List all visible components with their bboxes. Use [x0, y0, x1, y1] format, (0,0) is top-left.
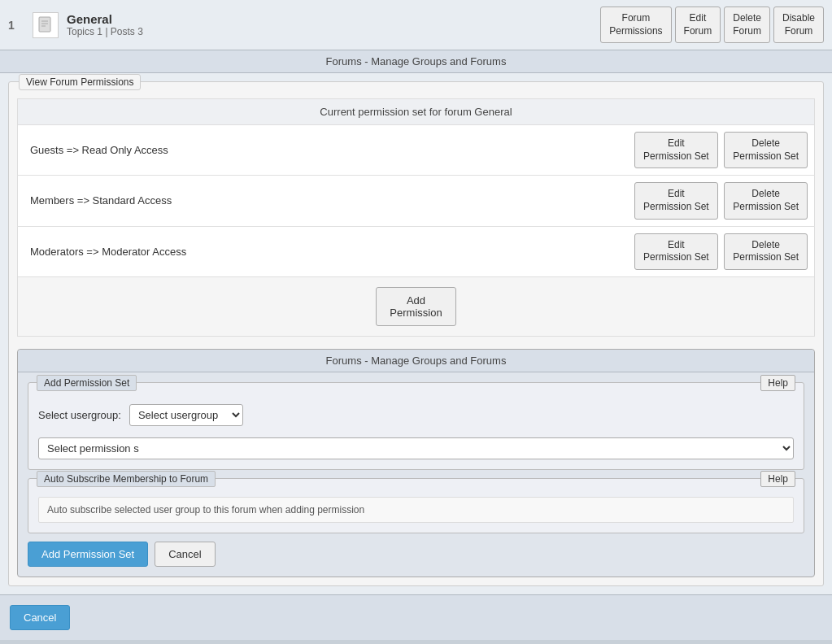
perm-name: Members => Standard Access — [18, 176, 456, 226]
permission-select[interactable]: Select permission s — [38, 437, 794, 459]
auto-subscribe-description: Auto subscribe selected user group to th… — [38, 497, 794, 523]
add-permission-set-box: Add Permission Set Help Select usergroup… — [28, 382, 804, 470]
edit-permission-set-button-3[interactable]: EditPermission Set — [634, 233, 718, 270]
delete-permission-set-button-1[interactable]: DeletePermission Set — [724, 132, 808, 168]
cancel-inner-button[interactable]: Cancel — [155, 542, 215, 567]
auto-subscribe-legend: Auto Subscribe Membership to Forum — [37, 471, 216, 487]
perm-set-title: Current permission set for forum General — [17, 98, 815, 124]
table-row: Guests => Read Only Access EditPermissio… — [18, 125, 815, 176]
cancel-bottom-button[interactable]: Cancel — [10, 605, 70, 630]
delete-permission-set-button-3[interactable]: DeletePermission Set — [724, 233, 808, 270]
forum-permissions-button[interactable]: ForumPermissions — [600, 7, 671, 43]
section-title-bar: Forums - Manage Groups and Forums — [0, 50, 832, 73]
svg-rect-0 — [39, 17, 50, 32]
usergroup-select[interactable]: Select usergroup — [129, 404, 243, 426]
action-buttons: Add Permission Set Cancel — [28, 542, 804, 567]
add-permission-set-submit-button[interactable]: Add Permission Set — [28, 542, 148, 567]
add-permission-set-help[interactable]: Help — [760, 375, 795, 391]
delete-forum-button[interactable]: DeleteForum — [724, 7, 770, 43]
disable-forum-button[interactable]: DisableForum — [773, 7, 824, 43]
main-content: View Forum Permissions Current permissio… — [0, 73, 832, 594]
table-row: Members => Standard Access EditPermissio… — [18, 176, 815, 226]
add-permission-button[interactable]: AddPermission — [376, 287, 455, 326]
top-bar: 1 General Topics 1 | Posts 3 ForumPermis… — [0, 0, 832, 50]
table-row: Moderators => Moderator Access EditPermi… — [18, 226, 815, 276]
perm-actions: EditPermission Set DeletePermission Set — [456, 176, 815, 226]
add-permission-set-legend: Add Permission Set — [37, 375, 137, 391]
forum-meta: Topics 1 | Posts 3 — [67, 26, 592, 37]
perm-name: Guests => Read Only Access — [18, 125, 456, 176]
inner-forums-panel: Forums - Manage Groups and Forums Add Pe… — [17, 349, 815, 577]
auto-subscribe-box: Auto Subscribe Membership to Forum Help … — [28, 478, 804, 533]
bottom-bar: Cancel — [0, 594, 832, 640]
inner-section-title: Forums - Manage Groups and Forums — [18, 350, 814, 372]
perm-actions: EditPermission Set DeletePermission Set — [456, 226, 815, 276]
permissions-table: Guests => Read Only Access EditPermissio… — [17, 124, 815, 277]
perm-actions: EditPermission Set DeletePermission Set — [456, 125, 815, 176]
edit-forum-button[interactable]: EditForum — [675, 7, 721, 43]
edit-permission-set-button-1[interactable]: EditPermission Set — [634, 132, 718, 168]
top-buttons: ForumPermissions EditForum DeleteForum D… — [600, 7, 824, 43]
perm-name: Moderators => Moderator Access — [18, 226, 456, 276]
vfp-panel: View Forum Permissions Current permissio… — [8, 81, 824, 586]
vfp-label: View Forum Permissions — [19, 74, 141, 90]
auto-subscribe-help[interactable]: Help — [760, 471, 795, 487]
forum-info: General Topics 1 | Posts 3 — [67, 12, 592, 37]
forum-number: 1 — [8, 19, 24, 32]
delete-permission-set-button-2[interactable]: DeletePermission Set — [724, 182, 808, 219]
usergroup-label: Select usergroup: — [38, 409, 121, 421]
forum-title: General — [67, 12, 592, 26]
inner-panel-body: Add Permission Set Help Select usergroup… — [18, 372, 814, 577]
forum-icon — [33, 12, 59, 38]
edit-permission-set-button-2[interactable]: EditPermission Set — [634, 182, 718, 219]
add-permission-row: AddPermission — [17, 277, 815, 337]
